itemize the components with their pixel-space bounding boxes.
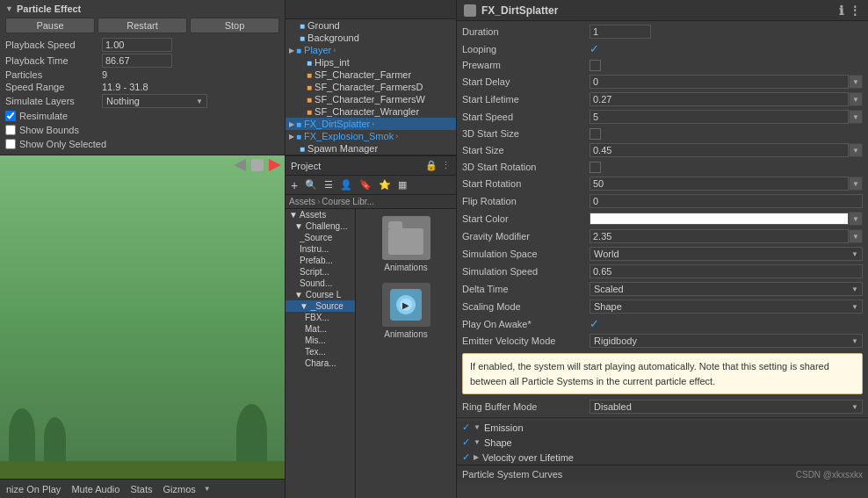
3d-start-rot-label: 3D Start Rotation — [462, 162, 590, 172]
insp-row-start-lifetime: Start Lifetime ▼ — [457, 90, 868, 108]
start-speed-dropdown-icon[interactable]: ▼ — [849, 110, 863, 124]
playback-time-row: Playback Time — [5, 53, 279, 69]
file-item-animations1[interactable]: Animations — [380, 214, 432, 274]
tree-item-ground[interactable]: ■ Ground — [286, 19, 456, 32]
insp-row-duration: Duration — [457, 23, 868, 40]
scene-view[interactable] — [0, 155, 285, 479]
star-icon[interactable]: ⭐ — [377, 179, 393, 191]
tree-source1[interactable]: _Source — [286, 232, 355, 243]
stats-btn[interactable]: Stats — [127, 484, 155, 494]
start-rotation-input[interactable] — [590, 177, 849, 191]
tree-item-fx-dirt[interactable]: ▶ ■ FX_DirtSplatter › — [286, 118, 456, 130]
breadcrumb-assets[interactable]: Assets — [289, 197, 315, 206]
emitter-vel-dropdown[interactable]: Rigidbody ▼ — [590, 334, 863, 348]
add-icon[interactable]: + — [289, 178, 300, 192]
tree-item-player[interactable]: ▶ ■ Player › — [286, 44, 456, 56]
tree-source2[interactable]: ▼ _Source — [286, 300, 355, 312]
flip-rotation-input[interactable] — [590, 194, 863, 208]
playback-time-label: Playback Time — [5, 55, 102, 66]
simulate-layers-dropdown[interactable]: Nothing ▼ — [102, 94, 207, 108]
grid-icon[interactable]: ▦ — [396, 179, 409, 191]
tree-mat[interactable]: Mat... — [286, 323, 355, 335]
breadcrumb-course[interactable]: Course Libr... — [322, 197, 373, 206]
tree-item-sf3[interactable]: ■ SF_Character_FarmersW — [286, 93, 456, 105]
inspector-header-icons: ℹ ⋮ — [839, 4, 861, 18]
velocity-section[interactable]: ✓ ▶ Velocity over Lifetime — [457, 450, 868, 465]
search-project-icon[interactable]: 🔍 — [303, 179, 319, 191]
duration-input[interactable] — [590, 25, 651, 39]
start-delay-input[interactable] — [590, 75, 849, 89]
start-speed-input[interactable] — [590, 110, 849, 124]
restart-button[interactable]: Restart — [98, 18, 187, 33]
playback-speed-input[interactable] — [102, 38, 172, 52]
ring-buffer-value: Disabled — [594, 401, 632, 412]
resimulate-checkbox[interactable] — [5, 111, 16, 121]
lock-icon[interactable]: 🔒 — [425, 160, 438, 171]
user-icon[interactable]: 👤 — [338, 179, 354, 191]
info-icon[interactable]: ℹ — [839, 4, 843, 18]
menu-dots-icon[interactable]: ⋮ — [849, 4, 861, 18]
gravity-input[interactable] — [590, 229, 849, 243]
start-rotation-dropdown-icon[interactable]: ▼ — [849, 177, 863, 191]
emission-section[interactable]: ✓ ▼ Emission — [457, 420, 868, 435]
tree-chara[interactable]: Chara... — [286, 357, 355, 369]
packages-icon[interactable]: 🔖 — [358, 179, 373, 191]
show-only-selected-checkbox[interactable] — [5, 139, 16, 149]
pause-button[interactable]: Pause — [5, 18, 95, 33]
scene-ground — [0, 461, 285, 479]
list-view-icon[interactable]: ☰ — [322, 179, 335, 191]
tree-mis[interactable]: Mis... — [286, 335, 355, 346]
tree-prefab[interactable]: Prefab... — [286, 255, 355, 266]
tree-course-l[interactable]: ▼ Course L — [286, 289, 355, 300]
gizmos-btn[interactable]: Gizmos — [161, 484, 199, 494]
shape-label: Shape — [484, 437, 512, 448]
tree-challenges[interactable]: ▼ Challeng... — [286, 220, 355, 232]
tree-item-sf4[interactable]: ■ SF_Character_Wrangler — [286, 105, 456, 118]
insp-row-gravity: Gravity Modifier ▼ — [457, 227, 868, 245]
tree-fbx[interactable]: FBX... — [286, 312, 355, 323]
tree-assets[interactable]: ▼ Assets — [286, 209, 355, 220]
tree-script[interactable]: Script... — [286, 266, 355, 278]
shape-section[interactable]: ✓ ▼ Shape — [457, 435, 868, 450]
gravity-dropdown-icon[interactable]: ▼ — [849, 229, 863, 243]
show-only-selected-row: Show Only Selected — [5, 137, 279, 151]
sim-space-dropdown[interactable]: World ▼ — [590, 247, 863, 261]
start-color-dropdown-icon[interactable]: ▼ — [849, 212, 863, 226]
start-size-input[interactable] — [590, 143, 849, 157]
tree-item-spawn[interactable]: ■ Spawn Manager — [286, 142, 456, 155]
tree-item-sf2[interactable]: ■ SF_Character_FarmersD — [286, 81, 456, 93]
delta-time-dropdown[interactable]: Scaled ▼ — [590, 282, 863, 296]
sf2-label: SF_Character_FarmersD — [315, 82, 423, 92]
start-delay-dropdown-icon[interactable]: ▼ — [849, 75, 863, 89]
playback-time-input[interactable] — [102, 54, 172, 68]
project-files: Animations ▶ — [356, 209, 456, 498]
background-icon: ■ — [300, 33, 305, 43]
start-color-label: Start Color — [462, 213, 590, 224]
menu-icon[interactable]: ⋮ — [441, 160, 451, 171]
gizmos-dropdown-icon[interactable]: ▼ — [204, 485, 211, 493]
tree-item-fx-explosion[interactable]: ▶ ■ FX_Explosion_Smok › — [286, 130, 456, 142]
insp-row-prewarm: Prewarm — [457, 57, 868, 73]
ring-buffer-dropdown[interactable]: Disabled ▼ — [590, 400, 863, 414]
start-color-swatch[interactable] — [590, 213, 849, 225]
insp-row-3d-start-rot: 3D Start Rotation — [457, 159, 868, 175]
tree-sound[interactable]: Sound... — [286, 278, 355, 289]
tree-item-hips[interactable]: ■ Hips_int — [286, 56, 456, 69]
file-item-animations2[interactable]: ▶ Animations — [380, 281, 432, 341]
insp-row-start-color: Start Color ▼ — [457, 210, 868, 227]
maximize-on-play-btn[interactable]: nize On Play — [4, 484, 63, 494]
start-lifetime-value-area: ▼ — [590, 92, 863, 106]
show-bounds-checkbox[interactable] — [5, 125, 16, 135]
playback-speed-label: Playback Speed — [5, 40, 102, 50]
tree-tex[interactable]: Tex... — [286, 346, 355, 357]
scaling-mode-dropdown[interactable]: Shape ▼ — [590, 300, 863, 314]
start-size-dropdown-icon[interactable]: ▼ — [849, 143, 863, 157]
tree-item-sf1[interactable]: ■ SF_Character_Farmer — [286, 69, 456, 81]
start-lifetime-input[interactable] — [590, 92, 849, 106]
mute-audio-btn[interactable]: Mute Audio — [69, 484, 122, 494]
start-lifetime-dropdown-icon[interactable]: ▼ — [849, 92, 863, 106]
tree-item-background[interactable]: ■ Background — [286, 32, 456, 44]
tree-instru[interactable]: Instru... — [286, 243, 355, 255]
sim-speed-input[interactable] — [590, 264, 863, 278]
stop-button[interactable]: Stop — [190, 18, 279, 33]
